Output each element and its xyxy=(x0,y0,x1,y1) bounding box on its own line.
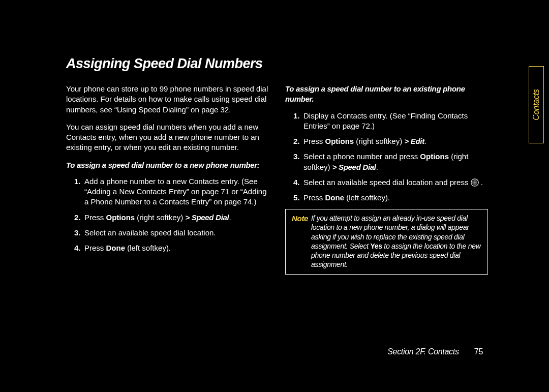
note-box: Note If you attempt to assign an already… xyxy=(285,209,488,275)
manual-page: Assigning Speed Dial Numbers Your phone … xyxy=(66,56,488,351)
list-text: Select an available speed dial location. xyxy=(84,228,269,238)
list-text: Press Options (right softkey) > Speed Di… xyxy=(84,213,269,223)
page-number: 75 xyxy=(474,347,483,356)
list-item: 1. Display a Contacts entry. (See “Findi… xyxy=(285,111,488,132)
list-item: 1. Add a phone number to a new Contacts … xyxy=(66,176,269,207)
list-item: 3. Select a phone number and press Optio… xyxy=(285,152,488,172)
list-number: 5. xyxy=(293,193,303,203)
list-item: 2. Press Options (right softkey) > Speed… xyxy=(66,213,269,223)
list-item: 3. Select an available speed dial locati… xyxy=(66,228,269,238)
footer-section: Section 2F. Contacts xyxy=(387,347,459,356)
list-number: 2. xyxy=(293,136,303,146)
subheading: To assign a speed dial number to an exis… xyxy=(285,84,488,105)
list-text: Display a Contacts entry. (See “Finding … xyxy=(303,111,488,132)
list-text: Select a phone number and press Options … xyxy=(303,152,488,172)
note-text: If you attempt to assign an already in-u… xyxy=(311,209,487,274)
columns: Your phone can store up to 99 phone numb… xyxy=(66,84,488,275)
left-column: Your phone can store up to 99 phone numb… xyxy=(66,84,269,275)
right-column: To assign a speed dial number to an exis… xyxy=(285,84,488,275)
list-item: 5. Press Done (left softkey). xyxy=(285,193,488,203)
list-item: 4. Select an available speed dial locati… xyxy=(285,177,488,188)
list-number: 3. xyxy=(74,228,84,238)
svg-point-2 xyxy=(473,181,476,184)
list-number: 1. xyxy=(293,111,303,132)
page-heading: Assigning Speed Dial Numbers xyxy=(66,56,488,72)
list-text: Press Done (left softkey). xyxy=(303,193,488,203)
list-text: Press Options (right softkey) > Edit. xyxy=(303,136,488,146)
list-number: 2. xyxy=(74,213,84,223)
list-item: 2. Press Options (right softkey) > Edit. xyxy=(285,136,488,146)
list-number: 3. xyxy=(293,152,303,172)
list-text: Press Done (left softkey). xyxy=(84,243,269,253)
side-tab-label: Contacts xyxy=(532,89,541,120)
list-item: 4. Press Done (left softkey). xyxy=(66,243,269,253)
page-footer: Section 2F. Contacts 75 xyxy=(387,347,483,356)
paragraph: You can assign speed dial numbers when y… xyxy=(66,122,269,153)
subheading: To assign a speed dial number to a new p… xyxy=(66,160,269,170)
list-number: 4. xyxy=(74,243,84,253)
list-text: Add a phone number to a new Contacts ent… xyxy=(84,176,269,207)
list-number: 4. xyxy=(293,177,303,188)
center-key-icon xyxy=(471,178,479,187)
paragraph: Your phone can store up to 99 phone numb… xyxy=(66,84,269,115)
list-text: Select an available speed dial location … xyxy=(303,177,488,188)
note-label: Note xyxy=(286,209,311,274)
section-side-tab: Contacts xyxy=(529,66,544,143)
list-number: 1. xyxy=(74,176,84,207)
